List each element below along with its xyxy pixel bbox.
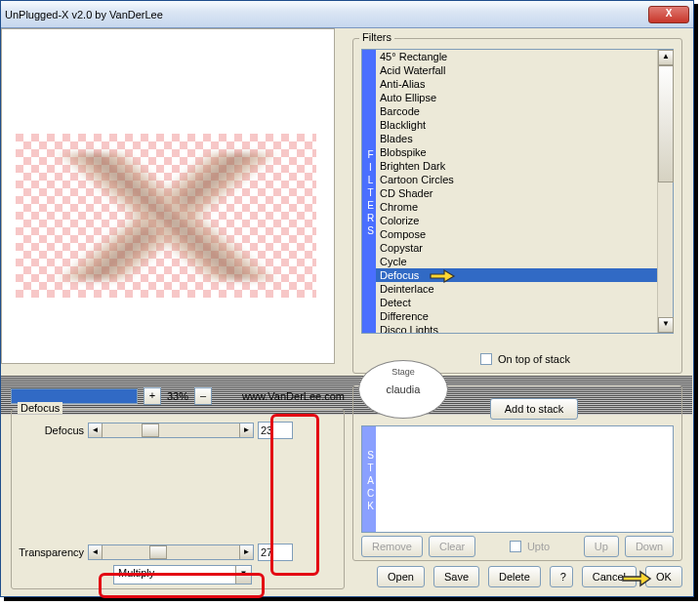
- close-button[interactable]: X: [648, 6, 689, 23]
- zoom-in-button[interactable]: +: [144, 387, 161, 405]
- filter-item[interactable]: Brighten Dark: [376, 159, 657, 173]
- save-button[interactable]: Save: [433, 566, 479, 587]
- filter-item[interactable]: Cycle: [376, 255, 657, 268]
- titlebar[interactable]: UnPlugged-X v2.0 by VanDerLee X: [1, 1, 693, 28]
- stack-tab-label: STACK: [362, 426, 376, 532]
- slider-right-arrow[interactable]: ►: [239, 545, 253, 559]
- scroll-thumb[interactable]: [658, 65, 674, 182]
- filter-item[interactable]: Auto Ellipse: [376, 91, 657, 104]
- slider-right-arrow[interactable]: ►: [239, 424, 253, 437]
- filter-item[interactable]: Barcode: [376, 104, 657, 118]
- filter-item[interactable]: Disco Lights: [376, 323, 657, 333]
- filter-item[interactable]: Cartoon Circles: [376, 173, 657, 186]
- app-window: UnPlugged-X v2.0 by VanDerLee X Filters …: [0, 0, 694, 597]
- defocus-value-input[interactable]: [258, 422, 293, 439]
- clear-button[interactable]: Clear: [429, 536, 475, 557]
- logo-text: claudia: [387, 383, 421, 395]
- defocus-group-label: Defocus: [18, 402, 62, 414]
- transparency-slider[interactable]: ◄ ►: [88, 544, 254, 560]
- filters-tab-label: FILTERS: [362, 50, 376, 333]
- filter-item[interactable]: Difference: [376, 309, 657, 323]
- filter-item[interactable]: Defocus: [376, 268, 657, 282]
- slider-left-arrow[interactable]: ◄: [89, 545, 103, 559]
- filters-scrollbar[interactable]: ▲ ▼: [657, 50, 673, 333]
- filters-group: Filters FILTERS 45° RectangleAcid Waterf…: [352, 38, 682, 374]
- upto-label: Upto: [527, 541, 550, 552]
- filter-item[interactable]: Copystar: [376, 241, 657, 255]
- slider-thumb[interactable]: [142, 424, 159, 437]
- help-button[interactable]: ?: [550, 566, 573, 587]
- filter-item[interactable]: Chrome: [376, 200, 657, 214]
- filter-item[interactable]: CD Shader: [376, 186, 657, 200]
- blend-mode-combo[interactable]: Multiply ▼: [113, 565, 252, 585]
- filters-group-label: Filters: [359, 31, 394, 43]
- on-top-label: On top of stack: [498, 353, 570, 365]
- transparency-label: Transparency: [16, 546, 84, 558]
- preview-panel: [1, 28, 335, 364]
- preview-image: [45, 153, 289, 280]
- slider-left-arrow[interactable]: ◄: [89, 424, 103, 437]
- filters-list[interactable]: FILTERS 45° RectangleAcid WaterfallAnti-…: [361, 49, 674, 334]
- down-button[interactable]: Down: [625, 536, 674, 557]
- delete-button[interactable]: Delete: [488, 566, 541, 587]
- stack-list[interactable]: STACK: [361, 425, 674, 533]
- zoom-out-button[interactable]: –: [194, 387, 212, 405]
- defocus-group: Defocus Defocus ◄ ► Transparency ◄ ►: [11, 409, 345, 589]
- filter-item[interactable]: Compose: [376, 227, 657, 241]
- defocus-label: Defocus: [16, 424, 84, 436]
- filter-item[interactable]: Blacklight: [376, 118, 657, 132]
- filter-item[interactable]: 45° Rectangle: [376, 50, 657, 63]
- scroll-up-button[interactable]: ▲: [658, 50, 674, 65]
- logo-small: Stage: [391, 367, 415, 377]
- filter-item[interactable]: Acid Waterfall: [376, 63, 657, 77]
- slider-thumb[interactable]: [149, 545, 167, 559]
- pointer-hand-icon: [429, 267, 456, 283]
- defocus-slider[interactable]: ◄ ►: [88, 423, 254, 438]
- logo: Stage claudia: [358, 360, 448, 419]
- window-title: UnPlugged-X v2.0 by VanDerLee: [5, 9, 648, 20]
- filter-item[interactable]: Colorize: [376, 214, 657, 227]
- filter-item[interactable]: Blobspike: [376, 145, 657, 159]
- add-to-stack-button[interactable]: Add to stack: [490, 398, 578, 420]
- zoom-percent: 33%: [167, 390, 188, 402]
- filter-item[interactable]: Deinterlace: [376, 282, 657, 296]
- upto-checkbox[interactable]: [510, 541, 521, 552]
- vendor-url[interactable]: www.VanDerLee.com: [242, 390, 345, 402]
- remove-button[interactable]: Remove: [361, 536, 423, 557]
- open-button[interactable]: Open: [377, 566, 425, 587]
- scroll-down-button[interactable]: ▼: [658, 317, 674, 333]
- filter-item[interactable]: Detect: [376, 296, 657, 309]
- up-button[interactable]: Up: [584, 536, 619, 557]
- blend-mode-value: Multiply: [114, 566, 235, 584]
- on-top-checkbox[interactable]: [480, 353, 492, 365]
- pointer-hand-icon: [621, 567, 652, 590]
- filter-item[interactable]: Blades: [376, 132, 657, 145]
- transparency-value-input[interactable]: [258, 544, 293, 561]
- filter-item[interactable]: Anti-Alias: [376, 77, 657, 91]
- combo-dropdown-button[interactable]: ▼: [235, 566, 251, 584]
